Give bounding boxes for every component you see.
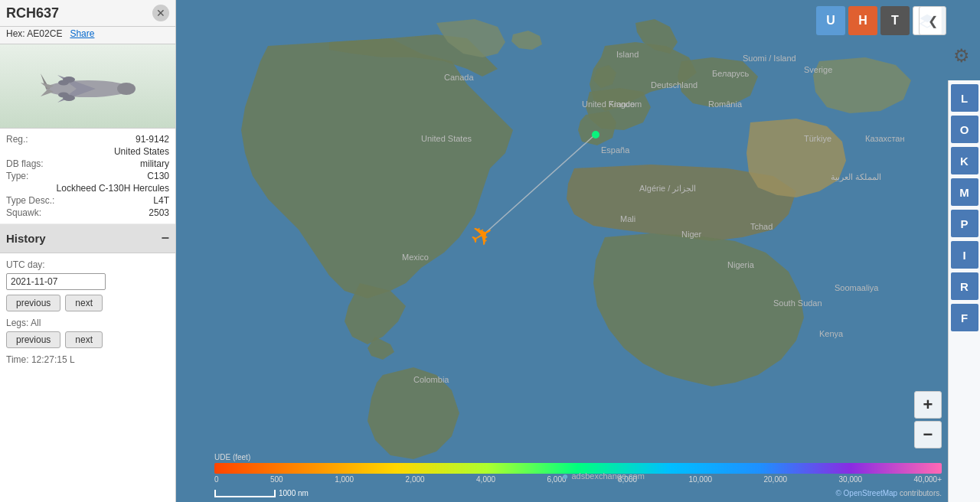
m-button[interactable]: M [951, 178, 978, 206]
contributors-text: contributors. [900, 489, 942, 497]
squawk-label: Squawk: [6, 207, 41, 218]
flight-id: RCH637 [6, 5, 59, 21]
history-content: UTC day: previous next Legs: All previou… [0, 253, 175, 371]
zoom-controls: + − [914, 391, 942, 448]
i-button[interactable]: I [951, 241, 978, 269]
map-background [176, 0, 980, 502]
altitude-label: UDE (feet) [214, 453, 942, 461]
db-flags-value: military [140, 158, 169, 169]
hex-share-row: Hex: AE02CE Share [0, 27, 175, 44]
o-button[interactable]: O [951, 116, 978, 143]
svg-point-1 [117, 83, 136, 95]
adsbexchange-watermark: ● adsbexchange.com [562, 470, 645, 482]
scale-text: 1000 nm [279, 489, 309, 497]
l-button[interactable]: L [951, 84, 978, 112]
day-nav-row: previous next [6, 295, 169, 311]
type-full-row: Lockheed C-130H Hercules [6, 182, 169, 194]
hex-label: Hex: [6, 28, 25, 39]
type-desc-row: Type Desc.: L4T [6, 194, 169, 207]
next-day-button[interactable]: next [65, 295, 103, 311]
zoom-out-button[interactable]: − [914, 421, 942, 448]
history-header[interactable]: History − [0, 224, 175, 253]
sidebar-header: RCH637 ✕ [0, 0, 175, 27]
reg-label: Reg.: [6, 134, 28, 145]
k-button[interactable]: K [951, 147, 978, 174]
p-button[interactable]: P [951, 210, 978, 237]
osm-link[interactable]: © OpenStreetMap [835, 489, 897, 497]
reg-value: 91-9142 [136, 134, 169, 145]
t-button[interactable]: T [880, 6, 910, 35]
aircraft-image [0, 44, 175, 129]
adsbexchange-text: adsbexchange.com [571, 471, 644, 481]
zoom-in-button[interactable]: + [914, 391, 942, 419]
aircraft-silhouette [27, 60, 149, 113]
scale-line-indicator [214, 490, 276, 497]
type-value: C130 [147, 171, 169, 181]
legs-nav-row: previous next [6, 331, 169, 348]
previous-day-button[interactable]: previous [6, 295, 60, 311]
u-button[interactable]: U [816, 6, 845, 35]
history-title: History [6, 232, 46, 245]
country-row: United States [6, 145, 169, 158]
previous-leg-button[interactable]: previous [6, 331, 60, 348]
reg-row: Reg.: 91-9142 [6, 133, 169, 145]
type-desc-label: Type Desc.: [6, 195, 54, 206]
map-area[interactable]: ✈ U H T ❮ ⚙ L O K M P I R F + − UDE (fee… [176, 0, 980, 502]
time-label: Time: 12:27:15 L [6, 354, 169, 365]
collapse-button[interactable]: ❮ [919, 6, 946, 35]
hex-value: AE02CE [27, 28, 62, 39]
settings-gear-icon[interactable]: ⚙ [948, 42, 975, 70]
attribution: © OpenStreetMap contributors. [835, 489, 942, 497]
history-section: History − UTC day: previous next Legs: A… [0, 224, 175, 371]
type-label: Type: [6, 171, 28, 181]
utc-day-label: UTC day: [6, 259, 169, 270]
sidebar: RCH637 ✕ Hex: AE02CE Share [0, 0, 176, 502]
aircraft-details: Reg.: 91-9142 United States DB flags: mi… [0, 129, 175, 224]
squawk-row: Squawk: 2503 [6, 207, 169, 219]
db-flags-row: DB flags: military [6, 158, 169, 170]
svg-point-10 [58, 92, 69, 97]
utc-day-input[interactable] [6, 273, 106, 290]
country-value: United States [114, 146, 169, 157]
scale-bar: 1000 nm [214, 489, 309, 497]
close-button[interactable]: ✕ [152, 5, 169, 21]
f-button[interactable]: F [951, 304, 978, 331]
svg-point-8 [58, 80, 69, 85]
history-toggle-icon: − [161, 230, 169, 246]
h-button[interactable]: H [848, 6, 877, 35]
type-row: Type: C130 [6, 170, 169, 182]
legs-label: Legs: All [6, 318, 169, 328]
type-desc-value: L4T [153, 195, 169, 206]
r-button[interactable]: R [951, 272, 978, 300]
db-flags-label: DB flags: [6, 158, 44, 169]
share-link[interactable]: Share [70, 28, 94, 39]
right-toolbar: L O K M P I R F [948, 80, 980, 502]
squawk-value: 2503 [149, 207, 169, 218]
next-leg-button[interactable]: next [65, 331, 103, 348]
